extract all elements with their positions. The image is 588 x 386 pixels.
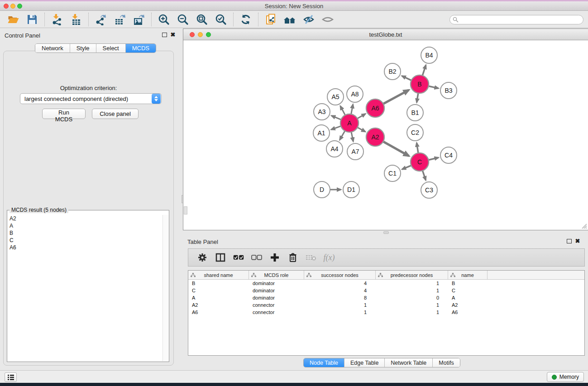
graph-edge-C-C1[interactable] — [402, 166, 411, 169]
table-cell[interactable]: A2 — [448, 301, 488, 309]
graph-node-A1[interactable]: A1 — [313, 125, 330, 141]
horizontal-splitter[interactable] — [183, 230, 588, 235]
column-selector-button[interactable] — [213, 250, 228, 265]
table-row[interactable]: A6connector11A6 — [188, 309, 584, 316]
mcds-result-scrollbar[interactable] — [163, 215, 168, 361]
table-cell[interactable]: A6 — [448, 309, 488, 316]
column-header[interactable]: predecessor nodes — [376, 271, 448, 279]
graph-edge-A6-B[interactable] — [383, 90, 409, 104]
table-row[interactable]: A2connector11A2 — [188, 301, 584, 309]
graph-node-A[interactable]: A — [340, 114, 359, 132]
graph-edge-A-A1[interactable] — [331, 126, 341, 130]
tab-select[interactable]: Select — [96, 44, 126, 52]
table-row[interactable]: Adominator80A — [188, 294, 584, 301]
show-graphics-details-button[interactable] — [318, 12, 337, 27]
combo-stepper[interactable] — [152, 94, 161, 104]
table-cell[interactable]: 1 — [376, 280, 448, 287]
graph-edge-A-A3[interactable] — [331, 116, 341, 120]
graph-edge-A2-C[interactable] — [383, 142, 409, 156]
graph-node-D[interactable]: D — [314, 181, 330, 198]
graph-node-B1[interactable]: B1 — [407, 105, 423, 121]
graph-edge-A-A7[interactable] — [351, 132, 353, 142]
vertical-splitter[interactable] — [177, 29, 183, 370]
mcds-result-item[interactable]: A6 — [8, 244, 163, 251]
import-network-button[interactable] — [48, 12, 67, 27]
table-options-button[interactable] — [195, 250, 210, 265]
close-panel-button[interactable]: ✖ — [170, 32, 176, 38]
run-mcds-button[interactable]: Run MCDS — [42, 109, 86, 119]
graph-node-C3[interactable]: C3 — [421, 182, 437, 198]
graph-node-C2[interactable]: C2 — [407, 124, 423, 141]
export-network-button[interactable] — [91, 12, 110, 27]
graph-node-B3[interactable]: B3 — [440, 82, 457, 99]
deselect-all-button[interactable] — [249, 250, 264, 265]
table-cell[interactable]: dominator — [249, 280, 304, 287]
close-table-panel-button[interactable]: ✖ — [574, 238, 581, 244]
float-panel-button[interactable] — [162, 33, 167, 37]
graph-edge-A-A5[interactable] — [340, 106, 345, 115]
table-cell[interactable]: B — [448, 280, 488, 287]
open-session-button[interactable] — [4, 12, 23, 27]
graph-edge-A-A4[interactable] — [340, 131, 345, 140]
graph-node-B[interactable]: B — [411, 75, 429, 93]
graph-edge-A-A6[interactable] — [357, 114, 365, 119]
column-header[interactable]: MCDS role — [249, 271, 304, 279]
mcds-result-item[interactable]: C — [8, 237, 163, 244]
table-cell[interactable]: B — [188, 280, 249, 287]
table-cell[interactable]: 1 — [376, 309, 448, 316]
graph-edge-B-B3[interactable] — [429, 86, 439, 88]
tab-mcds[interactable]: MCDS — [126, 44, 156, 52]
tab-style[interactable]: Style — [70, 44, 96, 52]
graph-edge-C-C2[interactable] — [416, 143, 418, 153]
network-snapshot-button[interactable] — [261, 12, 280, 27]
tab-network[interactable]: Network — [35, 44, 70, 52]
zoom-in-button[interactable] — [154, 12, 173, 27]
apply-layout-button[interactable] — [236, 12, 255, 27]
table-cell[interactable]: A — [188, 294, 249, 301]
table-cell[interactable]: A — [448, 294, 488, 301]
graph-node-C1[interactable]: C1 — [384, 165, 401, 181]
tab-edge-table[interactable]: Edge Table — [344, 358, 385, 367]
graph-node-A4[interactable]: A4 — [326, 141, 343, 157]
mcds-result-item[interactable]: A2 — [8, 215, 163, 222]
graph-edge-C-C3[interactable] — [422, 171, 425, 180]
network-left-grip[interactable] — [184, 206, 187, 214]
graph-node-A7[interactable]: A7 — [347, 143, 363, 160]
table-cell[interactable]: 8 — [304, 294, 376, 301]
select-all-button[interactable] — [231, 250, 246, 265]
close-panel-action-button[interactable]: Close panel — [92, 109, 139, 119]
table-cell[interactable]: 1 — [376, 301, 448, 309]
graph-node-A6[interactable]: A6 — [366, 99, 384, 117]
table-cell[interactable]: 1 — [304, 301, 376, 309]
table-cell[interactable]: A6 — [188, 309, 249, 316]
network-canvas[interactable]: B4B2BB3A8A5A6B1A3AC2A1A2A4A7C4CC1DD1C3 — [183, 40, 588, 230]
task-history-button[interactable] — [5, 372, 17, 382]
tab-node-table[interactable]: Node Table — [304, 358, 344, 367]
table-cell[interactable]: 4 — [304, 287, 376, 294]
mcds-result-item[interactable]: A — [8, 222, 163, 229]
graph-node-A8[interactable]: A8 — [347, 86, 363, 102]
home-button[interactable] — [280, 12, 299, 27]
memory-button[interactable]: Memory — [547, 372, 584, 382]
graph-edge-A-A2[interactable] — [358, 128, 365, 132]
tab-motifs[interactable]: Motifs — [433, 358, 459, 367]
table-cell[interactable]: 0 — [376, 294, 448, 301]
graph-edge-B-B1[interactable] — [417, 93, 418, 103]
table-row[interactable]: Bdominator41B — [188, 280, 584, 287]
graph-node-C[interactable]: C — [411, 153, 429, 171]
graph-node-B2[interactable]: B2 — [384, 63, 401, 80]
zoom-selected-button[interactable] — [211, 12, 230, 27]
save-session-button[interactable] — [23, 12, 42, 27]
column-header[interactable]: name — [448, 271, 488, 279]
table-cell[interactable]: 1 — [304, 309, 376, 316]
column-header[interactable]: successor nodes — [304, 271, 376, 279]
import-table-button[interactable] — [67, 12, 86, 27]
table-cell[interactable]: 1 — [376, 287, 448, 294]
graph-edge-A-A8[interactable] — [351, 105, 353, 114]
hide-graphics-details-button[interactable] — [299, 12, 318, 27]
delete-column-button[interactable] — [285, 250, 301, 265]
graph-edge-C-C4[interactable] — [428, 157, 438, 160]
graph-edge-B-B4[interactable] — [422, 65, 426, 76]
table-cell[interactable]: C — [448, 287, 488, 294]
add-column-button[interactable] — [267, 250, 282, 265]
